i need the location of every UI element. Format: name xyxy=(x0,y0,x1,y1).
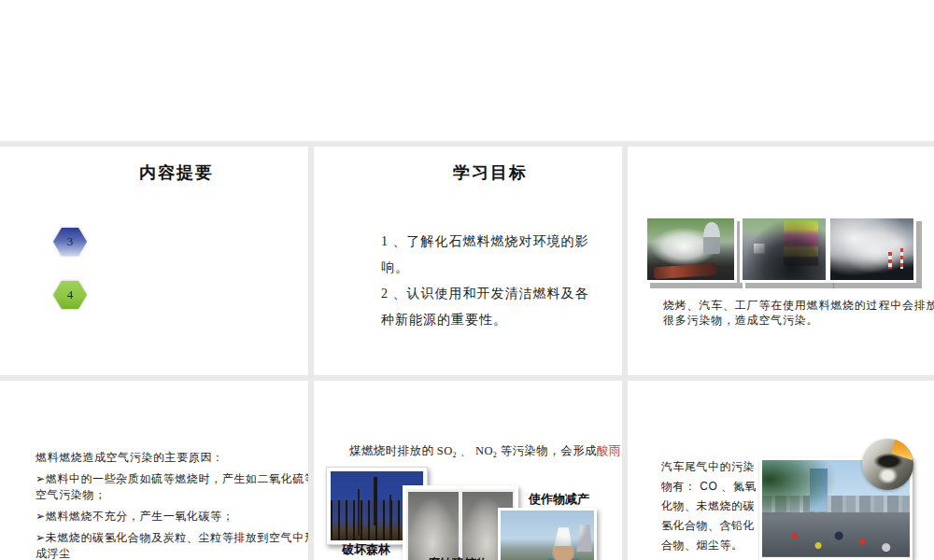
bullet-line: 空气污染物； xyxy=(35,487,295,503)
objectives-text: 1 、了解化石燃料燃烧对环境的影 响。 2 、认识使用和开发清洁燃料及各 种新能… xyxy=(381,229,589,333)
slide-exhaust: 汽车尾气中的污染 物有： CO 、氮氧 化物、未燃烧的碳 氢化合物、含铅化 合物… xyxy=(628,381,934,560)
objectives-line: 响。 xyxy=(381,255,589,281)
exhaust-line: 汽车尾气中的污染 xyxy=(661,457,757,477)
causes-bullet-1: ➢燃料中的一些杂质如硫等燃烧时，产生如二氧化硫等 空气污染物； xyxy=(35,471,295,503)
caption-line: 很多污染物，造成空气污染。 xyxy=(663,313,934,328)
acid-rain-highlight: 酸雨 xyxy=(597,444,621,457)
headline-text: 煤燃烧时排放的 SO xyxy=(349,444,453,457)
slide-toc: 内容提要 3 4 xyxy=(0,147,308,375)
factory-smoke-photo xyxy=(828,216,916,283)
factory-photo-scene xyxy=(830,218,913,280)
hexagon-3-icon: 3 xyxy=(53,228,87,256)
objectives-line: 2 、认识使用和开发清洁燃料及各 xyxy=(381,281,589,307)
objectives-line: 种新能源的重要性。 xyxy=(381,307,589,333)
exhaust-line: 物有： CO 、氮氧 xyxy=(661,477,757,497)
power-plant-person-photo xyxy=(498,508,597,560)
slide-acid-rain: 煤燃烧时排放的 SO2 、 NO2 等污染物，会形成酸雨。 破坏森林 使作物减产… xyxy=(314,381,622,560)
bullet-line: ➢未燃烧的碳氢化合物及炭粒、尘粒等排放到空气中形 xyxy=(35,530,295,546)
forest-damage-label: 破坏森林 xyxy=(342,541,390,558)
exhaust-pipe-inset-photo xyxy=(862,439,913,490)
slide-title: 内容提要 xyxy=(139,161,214,184)
slide-title: 学习目标 xyxy=(453,161,528,184)
hexagon-3-label: 3 xyxy=(53,228,87,256)
causes-heading: 燃料燃烧造成空气污染的主要原因： xyxy=(35,450,295,466)
bullet-line: 成浮尘 xyxy=(35,546,295,560)
bus-photo-scene xyxy=(743,218,826,280)
exhaust-text: 汽车尾气中的污染 物有： CO 、氮氧 化物、未燃烧的碳 氢化合物、含铅化 合物… xyxy=(661,457,757,555)
headline-period: 。 xyxy=(621,444,622,457)
person-photo-scene xyxy=(501,511,594,560)
blank-top-area xyxy=(0,0,934,141)
hexagon-4-label: 4 xyxy=(53,281,87,309)
bus-exhaust-photo xyxy=(740,216,828,283)
slide-objectives: 学习目标 1 、了解化石燃料燃烧对环境的影 响。 2 、认识使用和开发清洁燃料及… xyxy=(314,147,622,375)
crop-loss-label: 使作物减产 xyxy=(529,491,589,508)
bbq-photo-scene xyxy=(647,218,734,280)
exhaust-line: 氢化合物、含铅化 xyxy=(661,516,757,536)
hexagon-4-icon: 4 xyxy=(53,281,87,309)
bbq-smoke-photo xyxy=(644,216,737,283)
caption-line: 烧烤、汽车、工厂等在使用燃料燃烧的过程中会排放 xyxy=(663,298,934,313)
slide-causes: 燃料燃烧造成空气污染的主要原因： ➢燃料中的一些杂质如硫等燃烧时，产生如二氧化硫… xyxy=(0,381,308,560)
bullet-line: ➢燃料中的一些杂质如硫等燃烧时，产生如二氧化硫等 xyxy=(35,471,295,487)
pollution-caption: 烧烤、汽车、工厂等在使用燃料燃烧的过程中会排放 很多污染物，造成空气污染。 xyxy=(663,298,934,328)
acid-rain-headline: 煤燃烧时排放的 SO2 、 NO2 等污染物，会形成酸雨。 xyxy=(349,443,622,459)
exhaust-line: 合物、烟尘等。 xyxy=(661,536,757,555)
exhaust-line: 化物、未燃烧的碳 xyxy=(661,497,757,516)
slide-pollution-sources: 烧烤、汽车、工厂等在使用燃料燃烧的过程中会排放 很多污染物，造成空气污染。 xyxy=(628,147,934,375)
objectives-line: 1 、了解化石燃料燃烧对环境的影 xyxy=(381,229,589,255)
causes-bullet-3: ➢未燃烧的碳氢化合物及炭粒、尘粒等排放到空气中形 成浮尘 xyxy=(35,530,295,560)
bullet-line: ➢燃料燃烧不充分，产生一氧化碳等； xyxy=(35,509,295,525)
headline-text: 、 NO xyxy=(457,444,493,457)
causes-bullet-2: ➢燃料燃烧不充分，产生一氧化碳等； xyxy=(35,509,295,525)
causes-text: 燃料燃烧造成空气污染的主要原因： ➢燃料中的一些杂质如硫等燃烧时，产生如二氧化硫… xyxy=(35,450,295,560)
building-corrosion-label: 腐蚀建筑物 xyxy=(428,555,488,560)
headline-text: 等污染物，会形成 xyxy=(497,444,597,457)
slide-grid: 内容提要 3 4 学习目标 1 、了解化石燃料燃烧对环境的影 响。 2 、认识使… xyxy=(0,141,934,560)
